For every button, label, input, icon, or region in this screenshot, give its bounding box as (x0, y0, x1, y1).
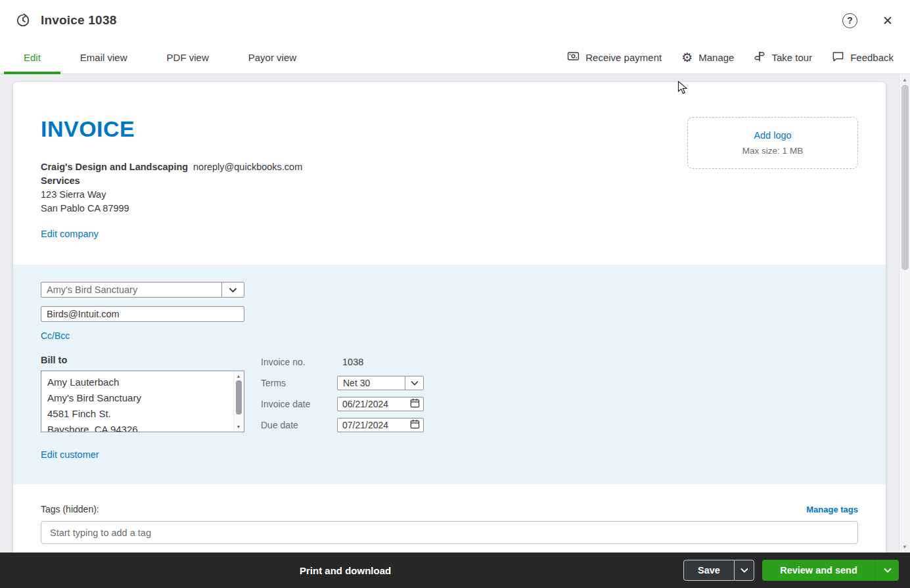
bill-to-line: 4581 Finch St. (47, 406, 228, 422)
print-and-download-button[interactable]: Print and download (300, 553, 391, 588)
help-icon[interactable]: ? (842, 13, 857, 28)
tabbar: Edit Email view PDF view Payor view Rece… (0, 41, 910, 74)
customer-select[interactable]: Amy's Bird Sanctuary (41, 282, 244, 298)
bill-to-line: Amy's Bird Sanctuary (47, 390, 228, 406)
receive-payment-icon (567, 50, 580, 64)
invoice-date-label: Invoice date (261, 399, 337, 409)
bill-to-label: Bill to (41, 355, 244, 365)
company-name: Craig's Design and Landscaping Services (41, 160, 193, 188)
bill-to-line: Bayshore, CA 94326 (47, 422, 228, 432)
due-date-input[interactable]: 07/21/2024 (337, 418, 424, 432)
company-address-line2: San Pablo CA 87999 (41, 202, 858, 215)
tags-label: Tags (hidden): (41, 504, 99, 514)
cc-bcc-link[interactable]: Cc/Bcc (41, 330, 70, 341)
page-title: Invoice 1038 (41, 13, 116, 28)
main-content: INVOICE Craig's Design and Landscaping S… (0, 74, 910, 553)
save-button-label: Save (684, 560, 734, 580)
review-and-send-button[interactable]: Review and send (762, 560, 899, 581)
take-tour-button[interactable]: Take tour (744, 41, 822, 74)
history-icon[interactable] (16, 13, 30, 28)
calendar-icon[interactable] (410, 419, 420, 431)
edit-customer-link[interactable]: Edit customer (41, 449, 99, 460)
scroll-up-arrow[interactable]: ▲ (902, 77, 907, 83)
view-tabs: Edit Email view PDF view Payor view (0, 41, 316, 74)
review-dropdown-chevron[interactable] (875, 560, 899, 581)
tab-pdf-view[interactable]: PDF view (147, 41, 229, 74)
edit-company-link[interactable]: Edit company (41, 229, 99, 239)
manage-button[interactable]: ⚙ Manage (671, 41, 744, 74)
bill-to-line: Amy Lauterbach (47, 374, 228, 390)
invoice-card: INVOICE Craig's Design and Landscaping S… (13, 82, 886, 553)
invoice-no-label: Invoice no. (261, 357, 337, 367)
scroll-thumb[interactable] (901, 85, 909, 270)
scroll-down-arrow[interactable]: ▼ (237, 424, 241, 429)
tags-input[interactable] (41, 521, 858, 544)
tab-payor-view[interactable]: Payor view (229, 41, 316, 74)
customer-email-input[interactable] (41, 306, 244, 322)
logo-size-hint: Max size: 1 MB (742, 146, 803, 156)
vertical-scrollbar[interactable]: ▲ ▼ (899, 74, 910, 553)
toolbar-actions: Receive payment ⚙ Manage Take tour Fee (557, 41, 903, 74)
customer-select-value: Amy's Bird Sanctuary (41, 284, 221, 295)
review-and-send-label: Review and send (762, 560, 875, 581)
receive-payment-button[interactable]: Receive payment (557, 41, 671, 74)
add-logo-dropzone[interactable]: Add logo Max size: 1 MB (687, 117, 858, 169)
gear-icon: ⚙ (681, 51, 693, 64)
feedback-button[interactable]: Feedback (822, 41, 903, 74)
tab-edit[interactable]: Edit (4, 41, 60, 74)
bill-to-scrollbar[interactable]: ▲ ▼ (233, 372, 243, 431)
manage-tags-link[interactable]: Manage tags (806, 505, 858, 514)
due-date-value: 07/21/2024 (342, 420, 388, 430)
terms-label: Terms (261, 378, 337, 388)
titlebar: Invoice 1038 ? ✕ (0, 0, 910, 41)
add-logo-label: Add logo (754, 130, 791, 141)
invoice-no-value: 1038 (337, 357, 363, 367)
feedback-icon (832, 50, 844, 64)
calendar-icon[interactable] (410, 398, 420, 410)
scroll-down-arrow[interactable]: ▼ (902, 544, 907, 550)
invoice-date-value: 06/21/2024 (342, 399, 388, 409)
due-date-label: Due date (261, 420, 337, 430)
company-address-line1: 123 Sierra Way (41, 188, 858, 202)
company-email: noreply@quickbooks.com (193, 160, 302, 174)
terms-select[interactable]: Net 30 (337, 376, 424, 390)
tags-section: Tags (hidden): Manage tags (13, 484, 886, 553)
chevron-down-icon[interactable] (405, 376, 423, 390)
close-icon[interactable]: ✕ (882, 14, 893, 27)
save-dropdown-chevron[interactable] (734, 560, 754, 580)
footer-bar: Print and download Save Review and send (0, 553, 910, 588)
tab-email-view[interactable]: Email view (60, 41, 147, 74)
terms-select-value: Net 30 (338, 378, 405, 388)
chevron-down-icon[interactable] (221, 283, 244, 297)
bill-to-textarea[interactable]: Amy Lauterbach Amy's Bird Sanctuary 4581… (41, 371, 244, 432)
scroll-thumb[interactable] (236, 380, 242, 415)
scroll-up-arrow[interactable]: ▲ (237, 374, 241, 378)
signpost-icon (754, 51, 765, 64)
invoice-date-input[interactable]: 06/21/2024 (337, 397, 424, 411)
invoice-header-section: INVOICE Craig's Design and Landscaping S… (13, 82, 886, 240)
save-button[interactable]: Save (683, 560, 754, 581)
customer-section: Amy's Bird Sanctuary Cc/Bcc Bill to Amy … (13, 265, 886, 484)
